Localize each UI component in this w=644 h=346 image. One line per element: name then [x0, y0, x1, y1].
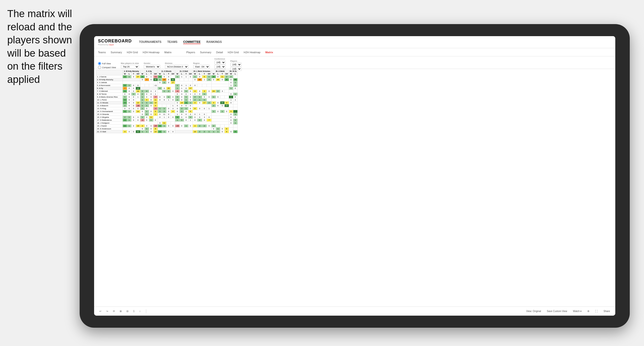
compact-view-input[interactable] — [98, 66, 101, 69]
cell: 4 — [144, 99, 149, 101]
subnav-teams[interactable]: Teams — [98, 51, 106, 54]
table-row: 5. A Nomrowski 3100 -11 1010 0 11 — [96, 84, 238, 87]
sh-w1: W — [123, 73, 127, 75]
cell: 1 — [153, 113, 158, 116]
region-select[interactable]: East - DII — [193, 65, 210, 69]
cell — [229, 107, 233, 110]
cell: 2 — [140, 90, 144, 93]
table-row: 19. J Karsh 31019 400-20 3100 -15010 422… — [96, 125, 238, 128]
row-header-empty — [96, 70, 123, 75]
cell: 14 — [136, 110, 140, 113]
cell: 3 — [158, 75, 162, 78]
undo-button[interactable]: ↩ — [98, 309, 103, 313]
cell: 3 — [123, 110, 127, 113]
conference-select2[interactable]: (All) — [214, 65, 226, 69]
cell: 0 — [220, 104, 224, 107]
cell: 0 — [127, 101, 132, 104]
cell: 0 — [220, 130, 224, 133]
matrix-content[interactable]: 2. M Kelly Mulcahy 6. A Dy 11. G Woods 2… — [94, 69, 615, 307]
tablet-screen: SCOREBOARD Powered by clippd TOURNAMENTS… — [94, 36, 615, 316]
division-label: Division — [165, 62, 188, 64]
subnav-summary[interactable]: Summary — [110, 51, 122, 54]
cell: 6 — [202, 75, 207, 78]
players-select1[interactable]: (All) — [230, 63, 242, 66]
cell — [229, 125, 233, 128]
cell: 7 — [144, 78, 149, 81]
player-name: 14. S Srichantamit — [96, 110, 123, 113]
cell — [211, 99, 229, 101]
subnav-h2h-grid2[interactable]: H2H Grid — [228, 51, 239, 54]
full-view-radio[interactable]: Full View — [98, 62, 116, 65]
cell — [192, 128, 211, 130]
nav-teams[interactable]: TEAMS — [167, 40, 177, 44]
cell: 3 — [136, 116, 140, 119]
player-name: 10. L Perini — [96, 99, 123, 101]
size-button[interactable]: 1 — [132, 309, 136, 313]
cell — [162, 104, 166, 107]
cell: 0 — [166, 75, 171, 78]
cell: 1 — [144, 101, 149, 104]
cell: 3 — [180, 93, 184, 96]
nav-committee[interactable]: COMMITTEE — [183, 40, 200, 44]
settings-button[interactable]: ⚙ — [586, 309, 591, 313]
table-row: 1. J Garcia 31027 301-11 300 1110 1061 3… — [96, 75, 238, 78]
cell: 25 — [166, 87, 171, 90]
cell: 0 — [192, 113, 197, 116]
collapse-button[interactable]: ⊟ — [125, 309, 130, 313]
view-original-button[interactable]: View: Original — [525, 309, 543, 313]
player-name: 3. S Jelinek — [96, 81, 123, 84]
subnav-h2h-heatmap[interactable]: H2H Heatmap — [142, 51, 160, 54]
expand-button[interactable]: ⊞ — [118, 309, 123, 313]
subnav-detail[interactable]: Detail — [216, 51, 223, 54]
nav-tournaments[interactable]: TOURNAMENTS — [139, 40, 162, 44]
fit-button[interactable]: ↕ — [138, 309, 142, 313]
cell: 0 — [149, 130, 153, 133]
player-name: 9. A Maria Jimenez Rios — [96, 96, 123, 99]
redo-button[interactable]: ↪ — [105, 309, 110, 313]
cell — [192, 87, 211, 90]
gender-select[interactable]: Women's — [144, 65, 160, 69]
subnav-summary2[interactable]: Summary — [200, 51, 211, 54]
share-button[interactable]: Share — [602, 309, 612, 313]
cell: 0 — [132, 75, 136, 78]
cell: 3 — [175, 116, 180, 119]
cell: 0 — [158, 81, 162, 84]
cell — [229, 104, 233, 107]
cell: 1 — [175, 87, 180, 90]
subnav-players[interactable]: Players — [186, 51, 195, 54]
full-view-input[interactable] — [98, 62, 101, 65]
cell — [233, 107, 238, 110]
cell: 0 — [229, 93, 233, 96]
table-row: 18. J Hodgson 011 01 — [96, 122, 238, 125]
cell: 0 — [197, 75, 202, 78]
subnav-h2h-heatmap2[interactable]: H2H Heatmap — [244, 51, 260, 54]
subnav-matrix[interactable]: Matrix — [164, 51, 172, 54]
cell: 0 — [184, 113, 188, 116]
compact-view-radio[interactable]: Compact View — [98, 66, 116, 69]
cell — [207, 113, 212, 116]
cell: 1 — [188, 93, 192, 96]
nav-rankings[interactable]: RANKINGS — [206, 40, 222, 44]
division-select[interactable]: NCAA Division II — [165, 65, 188, 69]
subnav-h2h-grid[interactable]: H2H Grid — [127, 51, 138, 54]
watch-button[interactable]: Watch ▾ — [572, 309, 583, 313]
subnav-matrix2[interactable]: Matrix — [265, 51, 273, 54]
cell: 1 — [149, 119, 153, 122]
cell: 0 — [149, 104, 153, 107]
cell: 0 — [149, 128, 153, 130]
save-custom-view-button[interactable]: Save Custom View — [545, 309, 568, 313]
cell: 1 — [144, 104, 149, 107]
cell: 10 — [192, 130, 197, 133]
max-players-select[interactable]: Top 25 — [121, 65, 139, 69]
cell: 8 — [224, 128, 229, 130]
cell: 3 — [233, 130, 238, 133]
table-row: 21. O Stoll 40031 11014 3100 10221 1109 … — [96, 130, 238, 133]
cell: 0 — [188, 90, 192, 93]
conference-select1[interactable]: (All) — [214, 60, 226, 64]
cell: 35 — [197, 78, 202, 81]
fullscreen-button[interactable]: ⛶ — [594, 309, 599, 313]
cell — [180, 78, 184, 81]
refresh-button[interactable]: ⟳ — [112, 309, 116, 313]
cell: 9 — [224, 130, 229, 133]
cell: 3 — [123, 101, 127, 104]
